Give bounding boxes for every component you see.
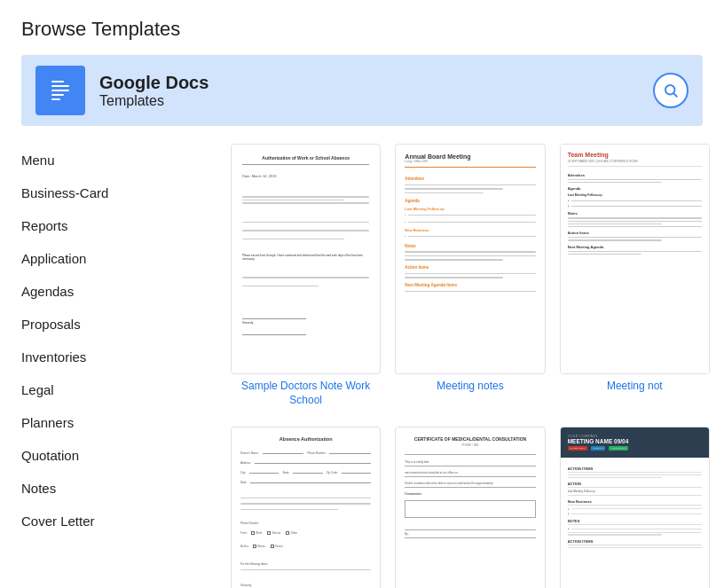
sidebar-item-business-card[interactable]: Business-Card (21, 176, 209, 209)
template-preview-6: YOUR COMPANY MEETING NAME 09/04 09 SEPT … (560, 427, 710, 588)
sidebar-item-application[interactable]: Application (21, 242, 209, 275)
sidebar-item-inventories[interactable]: Inventories (21, 341, 209, 373)
sidebar-item-cover-letter[interactable]: Cover Letter (21, 505, 209, 537)
sidebar-item-legal[interactable]: Legal (21, 373, 209, 406)
page-title: Browse Templates (0, 0, 724, 55)
template-card-2[interactable]: Annual Board Meeting Long: Office 200 At… (395, 144, 545, 412)
sidebar-item-reports[interactable]: Reports (21, 209, 209, 242)
docs-icon (35, 66, 85, 115)
template-card-1[interactable]: Authorization of Work or School Absence … (231, 144, 381, 412)
sidebar-item-menu[interactable]: Menu (21, 144, 209, 176)
svg-line-7 (673, 93, 676, 96)
templates-grid: Authorization of Work or School Absence … (231, 144, 724, 588)
svg-rect-3 (51, 90, 69, 91)
main-content: Menu Business-Card Reports Application A… (0, 144, 724, 588)
sidebar-item-notes[interactable]: Notes (21, 472, 209, 505)
sidebar: Menu Business-Card Reports Application A… (0, 144, 231, 588)
search-button[interactable] (653, 73, 689, 108)
sidebar-item-quotation[interactable]: Quotation (21, 439, 209, 472)
app-name: Google Docs (99, 73, 209, 93)
template-card-6[interactable]: YOUR COMPANY MEETING NAME 09/04 09 SEPT … (560, 427, 710, 588)
template-preview-2: Annual Board Meeting Long: Office 200 At… (395, 144, 545, 374)
svg-rect-2 (51, 85, 69, 87)
sidebar-item-proposals[interactable]: Proposals (21, 308, 209, 341)
template-preview-1: Authorization of Work or School Absence … (231, 144, 381, 374)
svg-rect-1 (51, 81, 64, 82)
sidebar-item-planners[interactable]: Planners (21, 406, 209, 439)
header-text: Google Docs Templates (99, 73, 209, 109)
template-preview-3: Team Meeting 04 SEPTEMBER 2000 | 10:00 A… (560, 144, 710, 374)
sidebar-item-agendas[interactable]: Agendas (21, 275, 209, 308)
template-label-3: Meeting not (560, 374, 710, 399)
template-card-3[interactable]: Team Meeting 04 SEPTEMBER 2000 | 10:00 A… (560, 144, 710, 412)
template-card-4[interactable]: Absence Authorization Doctor's Name: Pho… (231, 427, 381, 588)
app-subtitle: Templates (99, 93, 209, 109)
template-label-2: Meeting notes (395, 374, 545, 399)
header-banner: Google Docs Templates (21, 55, 703, 126)
template-card-5[interactable]: CERTIFICATE OF MEDICAL/DENTAL CONSULTATI… (395, 427, 545, 588)
template-preview-5: CERTIFICATE OF MEDICAL/DENTAL CONSULTATI… (395, 427, 545, 588)
template-preview-4: Absence Authorization Doctor's Name: Pho… (231, 427, 381, 588)
template-label-1: Sample Doctors Note Work School (231, 374, 381, 412)
svg-rect-4 (51, 94, 64, 96)
svg-rect-5 (51, 98, 60, 100)
